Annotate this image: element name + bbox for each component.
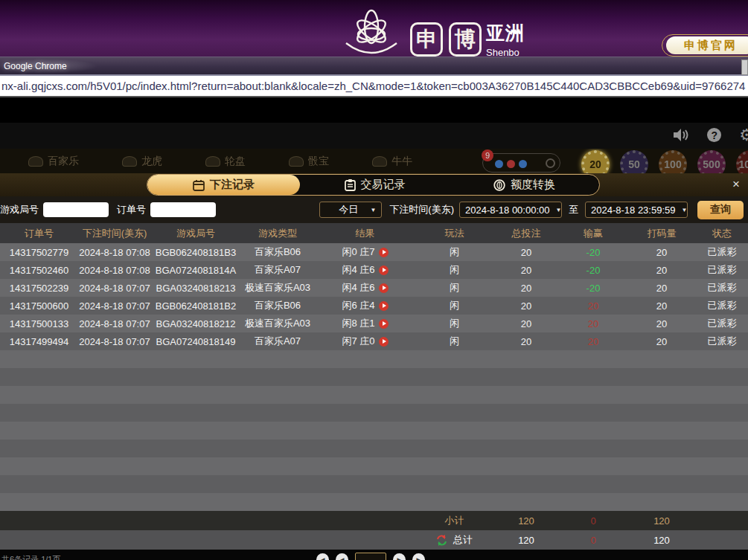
nav-item-骰宝[interactable]: 骰宝: [289, 155, 329, 168]
tab-下注记录[interactable]: 下注记录: [147, 175, 300, 195]
prev-page-button[interactable]: ◄: [336, 553, 348, 560]
game-round-input[interactable]: [43, 202, 109, 217]
table-row: 143174994942024-8-18 07:07BGA07240818149…: [0, 332, 748, 350]
cell: 20: [627, 318, 696, 329]
pagination-bar: 共6条记录 1/1页 ◄ ◄ ► ►: [0, 550, 748, 560]
cell: 2024-8-18 07:07: [78, 283, 151, 294]
game-nav: 百家乐龙虎轮盘骰宝牛牛 9 20501005001000: [0, 149, 748, 173]
winloss-value: -20: [559, 247, 627, 258]
play-replay-button[interactable]: [379, 319, 389, 329]
address-bar[interactable]: nx-ali.gqjcxs.com/h5V01/pc/index.html?re…: [0, 74, 748, 97]
bet-chip-500[interactable]: 500: [697, 150, 726, 173]
result-text: 闲6 庄4: [342, 299, 374, 312]
tab-交易记录[interactable]: 交易记录: [300, 175, 450, 195]
column-header: 打码量: [627, 227, 696, 240]
nav-item-百家乐[interactable]: 百家乐: [28, 155, 79, 168]
cell: 已派彩: [696, 335, 748, 348]
cell: 2024-8-18 07:07: [78, 336, 151, 347]
gear-icon[interactable]: ⚙: [739, 128, 748, 142]
scrollbar-button[interactable]: [741, 59, 748, 75]
first-page-button[interactable]: ◄: [316, 553, 329, 560]
cell: 20: [493, 318, 559, 329]
subtotal-row: 小计 120 0 120: [0, 511, 748, 530]
bet-chip-100[interactable]: 100: [659, 150, 687, 173]
official-site-button[interactable]: 申博官网: [666, 36, 748, 54]
refresh-icon[interactable]: [436, 535, 447, 546]
winloss-value: 20: [559, 300, 627, 312]
date-range-select[interactable]: 今日 ▼: [319, 202, 382, 218]
logo-region-block: 亚洲 Shenbo: [486, 21, 525, 58]
nav-item-轮盘[interactable]: 轮盘: [205, 155, 246, 168]
bet-chip-1000[interactable]: 1000: [736, 150, 748, 173]
cell: 闲: [415, 299, 493, 312]
total-volume: 120: [627, 535, 696, 546]
end-time-select[interactable]: 2024-8-18 23:59:59 ▼: [585, 202, 688, 218]
site-logo: 申 博 亚洲 Shenbo: [339, 4, 525, 58]
cell: 2024-8-18 07:07: [78, 300, 151, 312]
cell: 14317502239: [0, 283, 78, 294]
table-row: 143175006002024-8-18 07:07BGB062408181B2…: [0, 297, 748, 315]
clipboard-icon: [345, 179, 356, 191]
empty-row: [0, 386, 748, 404]
bet-chip-50[interactable]: 50: [620, 150, 648, 173]
total-label: 总计: [453, 533, 473, 547]
play-replay-button[interactable]: [379, 337, 389, 347]
empty-row: [0, 404, 748, 422]
start-time-select[interactable]: 2024-8-18 00:00:00 ▼: [459, 202, 562, 218]
search-button[interactable]: 查询: [697, 201, 744, 219]
table-row: 143175024602024-8-18 07:08BGA0724081814A…: [0, 261, 748, 279]
cell: BGA03240818212: [151, 318, 240, 329]
result-text: 闲4 庄6: [342, 263, 374, 277]
cell: BGB062408181B3: [151, 247, 240, 258]
close-icon[interactable]: ×: [732, 177, 740, 192]
empty-row: [0, 422, 748, 440]
play-replay-button[interactable]: [379, 248, 389, 257]
total-winloss: 0: [559, 535, 627, 546]
subtotal-volume: 120: [627, 515, 696, 527]
help-icon[interactable]: ?: [707, 128, 721, 142]
cell: 百家乐B06: [240, 245, 315, 259]
page-number-input[interactable]: [355, 553, 386, 560]
chevron-down-icon: ▼: [681, 207, 687, 213]
game-icon: [289, 156, 304, 167]
game-icon: [372, 156, 387, 167]
lotus-flower-icon: [339, 4, 404, 57]
empty-row: [0, 457, 748, 475]
to-label: 至: [569, 203, 578, 216]
tab-额度转换[interactable]: 额度转换: [450, 175, 599, 195]
cell: 2024-8-18 07:08: [78, 247, 151, 258]
play-replay-button[interactable]: [379, 283, 389, 293]
result-text: 闲4 庄6: [342, 281, 374, 295]
url-text[interactable]: nx-ali.gqjcxs.com/h5V01/pc/index.html?re…: [1, 80, 745, 92]
column-header: 下注时间(美东): [78, 227, 151, 240]
cell: 20: [627, 336, 696, 347]
table-header: 订单号下注时间(美东)游戏局号游戏类型结果玩法总投注输赢打码量状态: [0, 223, 748, 243]
nav-item-龙虎[interactable]: 龙虎: [122, 155, 162, 168]
game-toolbar: ? ⚙: [0, 123, 748, 149]
speaker-icon[interactable]: [673, 128, 689, 142]
next-page-button[interactable]: ►: [393, 553, 406, 560]
winloss-value: 20: [559, 318, 627, 329]
logo-char-bo: 博: [449, 22, 482, 57]
official-site-ring: 申博官网: [662, 34, 748, 57]
winloss-value: 20: [559, 336, 627, 347]
logo-char-shen: 申: [410, 22, 443, 57]
order-no-input[interactable]: [150, 202, 216, 217]
play-replay-button[interactable]: [379, 301, 389, 311]
nav-item-牛牛[interactable]: 牛牛: [372, 155, 412, 168]
calendar-icon: [193, 179, 205, 191]
column-header: 游戏局号: [151, 227, 240, 240]
bet-chip-20[interactable]: 20: [581, 150, 610, 173]
column-header: 玩法: [415, 227, 493, 240]
cell: 极速百家乐A03: [240, 281, 315, 295]
column-header: 游戏类型: [240, 227, 315, 240]
cell: 极速百家乐A03: [240, 317, 315, 330]
cell: 闲: [415, 263, 493, 277]
logo-region-text: 亚洲: [486, 21, 525, 45]
last-page-button[interactable]: ►: [412, 553, 425, 560]
cell: 闲: [415, 245, 493, 259]
marker-dots: [495, 160, 527, 168]
modal-tab-strip: 下注记录交易记录额度转换 ×: [0, 173, 748, 196]
column-header: 订单号: [0, 227, 78, 240]
play-replay-button[interactable]: [379, 265, 389, 275]
